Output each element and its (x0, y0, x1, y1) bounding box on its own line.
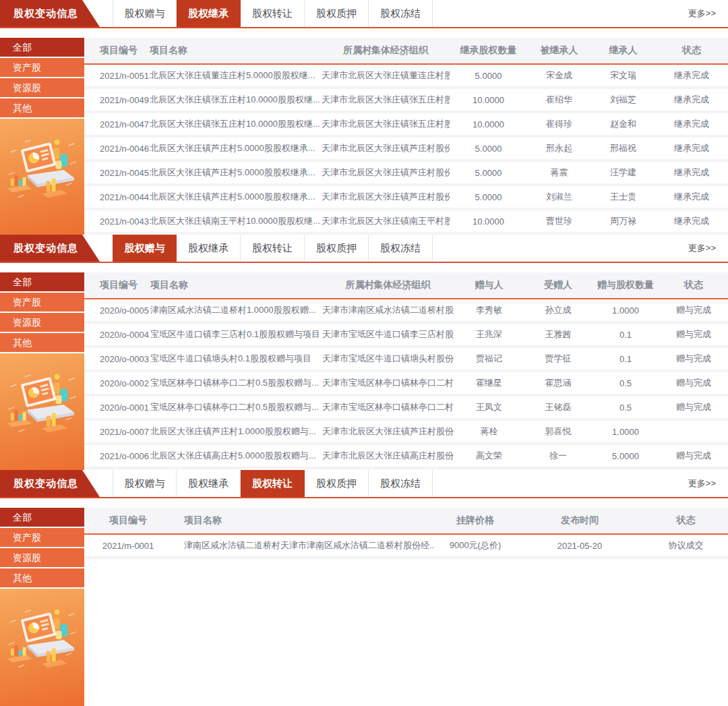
tab-freeze[interactable]: 股权冻结 (369, 0, 433, 27)
laptop-chart-illustration (0, 119, 84, 235)
sidebar-item-asset-shares[interactable]: 资产股 (0, 293, 84, 312)
table-row[interactable]: 2021/n-0044北辰区大张庄镇芦庄村5.0000股股权继承...天津市北辰… (84, 186, 728, 210)
cell: 0.5 (592, 403, 659, 413)
table-row[interactable]: 2021/m-0001津南区咸水沽镇二道桥村天津市津南区咸水沽镇二道桥村股份经.… (84, 535, 728, 559)
cell: 曹世珍 (527, 215, 591, 227)
cell: 5.0000 (450, 71, 527, 81)
column-header: 项目编号 (84, 514, 172, 527)
cell: 赠与完成 (659, 377, 728, 389)
cell: 邢永起 (527, 142, 591, 154)
table-row[interactable]: 2021/n-0046北辰区大张庄镇芦庄村5.0000股股权继承...天津市北辰… (84, 138, 728, 162)
cell: 霍思涵 (524, 377, 592, 389)
data-table: 项目编号项目名称挂牌价格发布时间状态 2021/m-0001津南区咸水沽镇二道桥… (84, 508, 728, 706)
section-header: 股权变动信息 股权赠与股权继承股权转让股权质押股权冻结 更多>> (0, 0, 728, 28)
cell: 北辰区大张庄镇董连庄村5.0000股股权继... (150, 69, 322, 82)
sidebar: 全部资产股资源股其他 (0, 508, 84, 706)
cell: 5.0000 (592, 451, 659, 461)
cell: 王兆深 (454, 328, 524, 341)
cell: 赠与完成 (659, 304, 728, 316)
sidebar-item-other[interactable]: 其他 (0, 568, 84, 587)
cell: 天津市北辰区大张庄镇董连庄村股... (322, 69, 450, 82)
tab-pledge[interactable]: 股权质押 (305, 235, 369, 262)
tab-gift[interactable]: 股权赠与 (113, 470, 177, 497)
sidebar-item-other[interactable]: 其他 (0, 98, 84, 117)
sidebar-item-other[interactable]: 其他 (0, 333, 84, 352)
cell: 协议成交 (644, 539, 728, 552)
cell: 赠与完成 (659, 353, 728, 365)
sidebar-item-resource-shares[interactable]: 资源股 (0, 313, 84, 332)
cell: 徐一 (524, 450, 592, 462)
table-row[interactable]: 2020/o-0004宝坻区牛道口镇李三店村0.1股股权赠与项目天津市宝坻区牛道… (84, 324, 728, 348)
cell: 1.0000 (592, 427, 659, 437)
table-row[interactable]: 2021/o-0007北辰区大张庄镇芦庄村1.0000股股权赠与...天津市北辰… (84, 421, 728, 445)
column-header: 状态 (659, 279, 728, 291)
cell: 2021-05-20 (516, 541, 644, 551)
cell: 2020/o-0005 (84, 305, 150, 316)
sidebar-item-resource-shares[interactable]: 资源股 (0, 78, 84, 97)
cell: 北辰区大张庄镇张五庄村10.0000股股权继... (150, 94, 322, 106)
sidebar-item-resource-shares[interactable]: 资源股 (0, 548, 84, 567)
table-row[interactable]: 2020/o-0002宝坻区林亭口镇林亭口二村0.5股股权赠与...天津市宝坻区… (84, 372, 728, 396)
cell: 北辰区大张庄镇高庄村5.0000股股权赠与... (150, 450, 322, 462)
cell: 2021/o-0007 (84, 427, 150, 437)
section-header: 股权变动信息 股权赠与股权继承股权转让股权质押股权冻结 更多>> (0, 470, 728, 498)
cell: 北辰区大张庄镇芦庄村5.0000股股权继承... (150, 167, 322, 179)
cell: 高文荣 (454, 450, 524, 462)
tab-gift[interactable]: 股权赠与 (113, 0, 177, 27)
tab-bar: 股权赠与股权继承股权转让股权质押股权冻结 (113, 0, 433, 27)
cell: 霍继星 (454, 377, 524, 389)
column-header: 所属村集体经济组织 (322, 279, 454, 291)
sidebar-item-all[interactable]: 全部 (0, 38, 84, 57)
table-row[interactable]: 2020/o-0003宝坻区牛道口镇塘头村0.1股股权赠与项目天津市宝坻区牛道口… (84, 348, 728, 372)
tab-inherit[interactable]: 股权继承 (177, 235, 241, 262)
tab-transfer[interactable]: 股权转让 (241, 470, 305, 497)
cell: 9000元(总价) (435, 539, 516, 552)
table-row[interactable]: 2021/o-0006北辰区大张庄镇高庄村5.0000股股权赠与...天津市北辰… (84, 445, 728, 469)
sidebar: 全部资产股资源股其他 (0, 38, 84, 235)
tab-gift[interactable]: 股权赠与 (113, 235, 177, 262)
more-link[interactable]: 更多>> (688, 470, 728, 497)
sidebar-item-asset-shares[interactable]: 资产股 (0, 528, 84, 547)
table-row[interactable]: 2021/n-0049北辰区大张庄镇张五庄村10.0000股股权继...天津市北… (84, 89, 728, 113)
column-header: 所属村集体经济组织 (322, 45, 450, 57)
cell: 赠与完成 (659, 328, 728, 341)
more-link[interactable]: 更多>> (688, 0, 728, 27)
tab-transfer[interactable]: 股权转让 (241, 235, 305, 262)
tab-freeze[interactable]: 股权冻结 (369, 235, 433, 262)
tab-pledge[interactable]: 股权质押 (305, 0, 369, 27)
column-header: 挂牌价格 (435, 514, 516, 527)
cell: 郭喜悦 (524, 425, 592, 438)
cell: 贾学征 (524, 353, 592, 365)
table-row[interactable]: 2020/o-0005津南区咸水沽镇二道桥村1.0000股股权赠...天津市津南… (84, 299, 728, 324)
cell: 王士贵 (591, 191, 655, 203)
tab-inherit[interactable]: 股权继承 (177, 0, 241, 27)
table-row[interactable]: 2021/n-0045北辰区大张庄镇芦庄村5.0000股股权继承...天津市北辰… (84, 162, 728, 186)
table-body: 2020/o-0005津南区咸水沽镇二道桥村1.0000股股权赠...天津市津南… (84, 299, 728, 469)
table-header-row: 项目编号项目名称挂牌价格发布时间状态 (84, 508, 728, 535)
cell: 刘福芝 (591, 94, 655, 106)
more-link[interactable]: 更多>> (688, 235, 728, 262)
cell: 北辰区大张庄镇芦庄村5.0000股股权继承... (150, 191, 322, 203)
cell: 0.1 (592, 330, 659, 340)
section-content: 全部资产股资源股其他 (0, 508, 728, 706)
tab-bar: 股权赠与股权继承股权转让股权质押股权冻结 (113, 470, 433, 497)
sidebar-item-all[interactable]: 全部 (0, 272, 84, 291)
table-row[interactable]: 2020/o-0001宝坻区林亭口镇林亭口二村0.5股股权赠与...天津市宝坻区… (84, 396, 728, 421)
cell: 赠与完成 (659, 401, 728, 413)
tab-transfer[interactable]: 股权转让 (241, 0, 305, 27)
tab-freeze[interactable]: 股权冻结 (369, 470, 433, 497)
cell: 北辰区大张庄镇芦庄村1.0000股股权赠与... (150, 425, 322, 438)
cell: 宝坻区林亭口镇林亭口二村0.5股股权赠与... (150, 401, 322, 413)
cell: 周万禄 (591, 215, 655, 227)
laptop-chart-illustration (0, 353, 84, 470)
cell: 继承完成 (655, 69, 728, 82)
sidebar-item-all[interactable]: 全部 (0, 508, 84, 527)
tab-pledge[interactable]: 股权质押 (305, 470, 369, 497)
cell: 2021/n-0044 (84, 192, 150, 202)
sidebar-item-asset-shares[interactable]: 资产股 (0, 58, 84, 77)
table-row[interactable]: 2021/n-0051北辰区大张庄镇董连庄村5.0000股股权继...天津市北辰… (84, 65, 728, 89)
cell: 王铭磊 (524, 401, 592, 413)
table-row[interactable]: 2021/n-0047北辰区大张庄镇张五庄村10.0000股股权继...天津市北… (84, 113, 728, 138)
tab-inherit[interactable]: 股权继承 (177, 470, 241, 497)
table-row[interactable]: 2021/n-0043北辰区大张庄镇南王平村10.0000股股权继...天津市北… (84, 210, 728, 235)
